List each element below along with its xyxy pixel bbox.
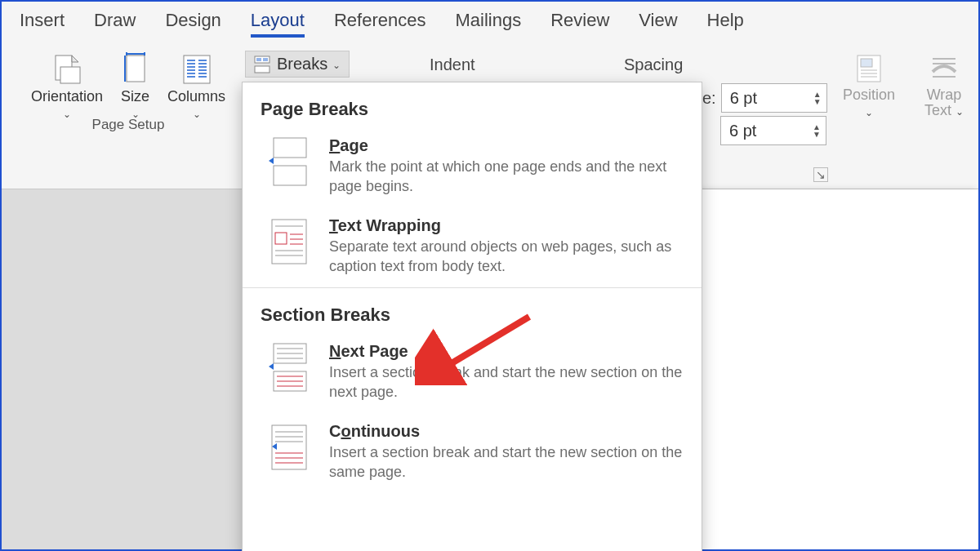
wrap-label-2: Text — [924, 102, 951, 118]
position-icon — [853, 52, 885, 85]
svg-rect-2 — [60, 67, 80, 83]
orientation-button[interactable]: Orientation ⌄ — [23, 49, 111, 120]
page-break-icon — [267, 136, 311, 187]
indent-group-label: Indent — [430, 56, 475, 74]
wrap-text-icon — [928, 52, 960, 85]
tab-help[interactable]: Help — [707, 10, 744, 38]
paragraph-dialog-launcher[interactable]: ↘ — [813, 167, 828, 182]
svg-marker-1 — [72, 56, 78, 62]
tab-layout[interactable]: Layout — [251, 10, 305, 38]
menu-title: Continuous — [329, 422, 684, 441]
group-label-page-setup: Page Setup — [92, 117, 165, 133]
page-breaks-heading: Page Breaks — [243, 82, 702, 128]
spacing-before-value: 6 pt — [730, 89, 757, 108]
menu-title: Text Wrapping — [329, 216, 684, 235]
svg-rect-3 — [127, 56, 145, 82]
menu-desc: Insert a section break and start the new… — [329, 362, 684, 402]
wrap-text-button[interactable]: Wrap Text ⌄ — [916, 49, 972, 119]
size-icon — [122, 52, 149, 87]
chevron-down-icon: ⌄ — [63, 109, 71, 120]
menu-desc: Mark the point at which one page ends an… — [329, 157, 684, 197]
svg-rect-28 — [861, 59, 872, 67]
spacing-after-input[interactable]: 6 pt ▲▼ — [720, 116, 826, 145]
tab-design[interactable]: Design — [165, 10, 220, 38]
document-page[interactable] — [701, 189, 978, 551]
menu-title: Next Page — [329, 342, 684, 361]
menu-item-page-break[interactable]: Page Mark the point at which one page en… — [243, 128, 702, 208]
tab-references[interactable]: References — [334, 10, 426, 38]
next-page-icon — [267, 342, 311, 393]
chevron-down-icon: ⌄ — [865, 107, 873, 118]
chevron-down-icon: ⌄ — [332, 60, 341, 71]
position-label: Position — [843, 87, 895, 104]
chevron-down-icon: ⌄ — [956, 106, 964, 118]
menu-item-next-page[interactable]: Next Page Insert a section break and sta… — [243, 334, 702, 414]
position-button[interactable]: Position ⌄ — [835, 49, 903, 119]
spinner-down-icon[interactable]: ▼ — [813, 131, 821, 138]
wrap-label-1: Wrap — [927, 87, 962, 104]
spacing-group-label: Spacing — [624, 56, 683, 74]
columns-label: Columns — [167, 88, 225, 105]
menu-title: Page — [329, 136, 684, 155]
section-breaks-heading: Section Breaks — [243, 288, 702, 334]
tab-review[interactable]: Review — [550, 10, 609, 38]
tab-draw[interactable]: Draw — [94, 10, 136, 38]
spacing-before-input[interactable]: 6 pt ▲▼ — [721, 83, 827, 113]
text-wrapping-icon — [267, 216, 311, 267]
menu-desc: Separate text around objects on web page… — [329, 237, 684, 277]
svg-rect-22 — [255, 66, 270, 73]
continuous-icon — [267, 422, 311, 473]
breaks-button[interactable]: Breaks ⌄ — [245, 51, 350, 78]
svg-rect-35 — [274, 138, 306, 158]
breaks-icon — [254, 56, 272, 73]
svg-marker-54 — [269, 363, 274, 370]
orientation-icon — [51, 52, 83, 87]
breaks-label: Breaks — [277, 55, 327, 73]
menu-item-continuous[interactable]: Continuous Insert a section break and st… — [243, 414, 702, 494]
tab-mailings[interactable]: Mailings — [455, 10, 521, 38]
tab-insert[interactable]: Insert — [20, 10, 65, 38]
chevron-down-icon: ⌄ — [193, 109, 201, 120]
svg-rect-21 — [255, 56, 270, 63]
spacing-before-fragment: e: — [702, 89, 716, 108]
breaks-dropdown: Page Breaks Page Mark the point at which… — [242, 82, 702, 551]
size-button[interactable]: Size ⌄ — [113, 49, 158, 120]
menu-desc: Insert a section break and start the new… — [329, 442, 684, 482]
columns-button[interactable]: Columns ⌄ — [159, 49, 234, 120]
ribbon-tabs: Insert Draw Design Layout References Mai… — [2, 2, 978, 42]
svg-rect-8 — [184, 56, 210, 83]
size-label: Size — [121, 88, 149, 105]
spinner-down-icon[interactable]: ▼ — [813, 98, 822, 105]
menu-item-text-wrapping[interactable]: Text Wrapping Separate text around objec… — [243, 208, 702, 288]
spacing-after-value: 6 pt — [729, 122, 756, 140]
tab-view[interactable]: View — [639, 10, 677, 38]
svg-rect-36 — [274, 166, 306, 185]
orientation-label: Orientation — [31, 88, 103, 105]
svg-marker-37 — [269, 158, 274, 164]
columns-icon — [182, 52, 212, 87]
